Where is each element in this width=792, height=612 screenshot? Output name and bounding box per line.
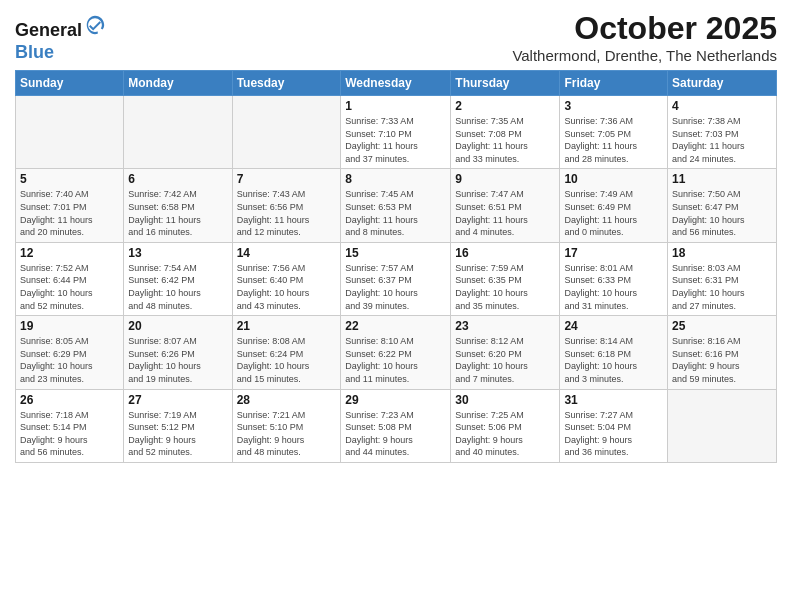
day-info: Sunrise: 8:03 AM Sunset: 6:31 PM Dayligh…	[672, 262, 772, 312]
calendar-cell: 12Sunrise: 7:52 AM Sunset: 6:44 PM Dayli…	[16, 242, 124, 315]
calendar-cell: 26Sunrise: 7:18 AM Sunset: 5:14 PM Dayli…	[16, 389, 124, 462]
calendar-cell: 20Sunrise: 8:07 AM Sunset: 6:26 PM Dayli…	[124, 316, 232, 389]
calendar-cell: 21Sunrise: 8:08 AM Sunset: 6:24 PM Dayli…	[232, 316, 341, 389]
weekday-header-saturday: Saturday	[668, 71, 777, 96]
calendar-cell: 7Sunrise: 7:43 AM Sunset: 6:56 PM Daylig…	[232, 169, 341, 242]
logo: General Blue	[15, 14, 106, 63]
day-number: 18	[672, 246, 772, 260]
calendar-row-5: 26Sunrise: 7:18 AM Sunset: 5:14 PM Dayli…	[16, 389, 777, 462]
day-info: Sunrise: 8:05 AM Sunset: 6:29 PM Dayligh…	[20, 335, 119, 385]
day-info: Sunrise: 7:33 AM Sunset: 7:10 PM Dayligh…	[345, 115, 446, 165]
title-area: October 2025 Valthermond, Drenthe, The N…	[512, 10, 777, 64]
calendar-row-3: 12Sunrise: 7:52 AM Sunset: 6:44 PM Dayli…	[16, 242, 777, 315]
calendar-cell: 3Sunrise: 7:36 AM Sunset: 7:05 PM Daylig…	[560, 96, 668, 169]
day-number: 10	[564, 172, 663, 186]
weekday-header-row: SundayMondayTuesdayWednesdayThursdayFrid…	[16, 71, 777, 96]
day-number: 1	[345, 99, 446, 113]
day-info: Sunrise: 7:49 AM Sunset: 6:49 PM Dayligh…	[564, 188, 663, 238]
calendar-cell: 19Sunrise: 8:05 AM Sunset: 6:29 PM Dayli…	[16, 316, 124, 389]
day-number: 16	[455, 246, 555, 260]
calendar-cell: 11Sunrise: 7:50 AM Sunset: 6:47 PM Dayli…	[668, 169, 777, 242]
day-info: Sunrise: 7:56 AM Sunset: 6:40 PM Dayligh…	[237, 262, 337, 312]
logo-blue: Blue	[15, 42, 106, 64]
calendar-cell: 27Sunrise: 7:19 AM Sunset: 5:12 PM Dayli…	[124, 389, 232, 462]
day-number: 5	[20, 172, 119, 186]
weekday-header-friday: Friday	[560, 71, 668, 96]
location-subtitle: Valthermond, Drenthe, The Netherlands	[512, 47, 777, 64]
day-info: Sunrise: 7:54 AM Sunset: 6:42 PM Dayligh…	[128, 262, 227, 312]
day-number: 20	[128, 319, 227, 333]
weekday-header-thursday: Thursday	[451, 71, 560, 96]
day-number: 6	[128, 172, 227, 186]
day-number: 25	[672, 319, 772, 333]
logo-text: General	[15, 14, 106, 42]
day-info: Sunrise: 8:12 AM Sunset: 6:20 PM Dayligh…	[455, 335, 555, 385]
calendar-table: SundayMondayTuesdayWednesdayThursdayFrid…	[15, 70, 777, 463]
calendar-cell: 30Sunrise: 7:25 AM Sunset: 5:06 PM Dayli…	[451, 389, 560, 462]
day-info: Sunrise: 7:59 AM Sunset: 6:35 PM Dayligh…	[455, 262, 555, 312]
day-number: 14	[237, 246, 337, 260]
calendar-cell: 31Sunrise: 7:27 AM Sunset: 5:04 PM Dayli…	[560, 389, 668, 462]
day-info: Sunrise: 7:18 AM Sunset: 5:14 PM Dayligh…	[20, 409, 119, 459]
calendar-cell	[16, 96, 124, 169]
day-number: 24	[564, 319, 663, 333]
calendar-row-4: 19Sunrise: 8:05 AM Sunset: 6:29 PM Dayli…	[16, 316, 777, 389]
calendar-cell	[124, 96, 232, 169]
calendar-cell: 17Sunrise: 8:01 AM Sunset: 6:33 PM Dayli…	[560, 242, 668, 315]
day-info: Sunrise: 7:36 AM Sunset: 7:05 PM Dayligh…	[564, 115, 663, 165]
calendar-row-1: 1Sunrise: 7:33 AM Sunset: 7:10 PM Daylig…	[16, 96, 777, 169]
calendar-cell: 22Sunrise: 8:10 AM Sunset: 6:22 PM Dayli…	[341, 316, 451, 389]
day-info: Sunrise: 8:08 AM Sunset: 6:24 PM Dayligh…	[237, 335, 337, 385]
day-number: 28	[237, 393, 337, 407]
calendar-cell: 16Sunrise: 7:59 AM Sunset: 6:35 PM Dayli…	[451, 242, 560, 315]
day-number: 8	[345, 172, 446, 186]
day-number: 3	[564, 99, 663, 113]
day-number: 12	[20, 246, 119, 260]
calendar-row-2: 5Sunrise: 7:40 AM Sunset: 7:01 PM Daylig…	[16, 169, 777, 242]
day-number: 23	[455, 319, 555, 333]
calendar-cell: 8Sunrise: 7:45 AM Sunset: 6:53 PM Daylig…	[341, 169, 451, 242]
day-number: 17	[564, 246, 663, 260]
page-header: General Blue October 2025 Valthermond, D…	[15, 10, 777, 64]
day-number: 30	[455, 393, 555, 407]
day-number: 15	[345, 246, 446, 260]
calendar-cell: 9Sunrise: 7:47 AM Sunset: 6:51 PM Daylig…	[451, 169, 560, 242]
day-number: 7	[237, 172, 337, 186]
calendar-cell: 13Sunrise: 7:54 AM Sunset: 6:42 PM Dayli…	[124, 242, 232, 315]
day-info: Sunrise: 7:35 AM Sunset: 7:08 PM Dayligh…	[455, 115, 555, 165]
day-number: 9	[455, 172, 555, 186]
day-number: 29	[345, 393, 446, 407]
calendar-cell: 1Sunrise: 7:33 AM Sunset: 7:10 PM Daylig…	[341, 96, 451, 169]
day-number: 26	[20, 393, 119, 407]
calendar-cell: 15Sunrise: 7:57 AM Sunset: 6:37 PM Dayli…	[341, 242, 451, 315]
calendar-cell: 29Sunrise: 7:23 AM Sunset: 5:08 PM Dayli…	[341, 389, 451, 462]
day-info: Sunrise: 8:07 AM Sunset: 6:26 PM Dayligh…	[128, 335, 227, 385]
day-info: Sunrise: 7:19 AM Sunset: 5:12 PM Dayligh…	[128, 409, 227, 459]
day-info: Sunrise: 7:27 AM Sunset: 5:04 PM Dayligh…	[564, 409, 663, 459]
day-info: Sunrise: 8:14 AM Sunset: 6:18 PM Dayligh…	[564, 335, 663, 385]
day-info: Sunrise: 7:45 AM Sunset: 6:53 PM Dayligh…	[345, 188, 446, 238]
day-info: Sunrise: 7:25 AM Sunset: 5:06 PM Dayligh…	[455, 409, 555, 459]
day-info: Sunrise: 8:10 AM Sunset: 6:22 PM Dayligh…	[345, 335, 446, 385]
calendar-cell: 10Sunrise: 7:49 AM Sunset: 6:49 PM Dayli…	[560, 169, 668, 242]
day-info: Sunrise: 7:43 AM Sunset: 6:56 PM Dayligh…	[237, 188, 337, 238]
calendar-cell	[668, 389, 777, 462]
day-info: Sunrise: 7:23 AM Sunset: 5:08 PM Dayligh…	[345, 409, 446, 459]
day-info: Sunrise: 7:52 AM Sunset: 6:44 PM Dayligh…	[20, 262, 119, 312]
calendar-cell: 14Sunrise: 7:56 AM Sunset: 6:40 PM Dayli…	[232, 242, 341, 315]
day-info: Sunrise: 7:21 AM Sunset: 5:10 PM Dayligh…	[237, 409, 337, 459]
weekday-header-tuesday: Tuesday	[232, 71, 341, 96]
weekday-header-wednesday: Wednesday	[341, 71, 451, 96]
day-info: Sunrise: 8:16 AM Sunset: 6:16 PM Dayligh…	[672, 335, 772, 385]
calendar-cell: 23Sunrise: 8:12 AM Sunset: 6:20 PM Dayli…	[451, 316, 560, 389]
calendar-cell: 4Sunrise: 7:38 AM Sunset: 7:03 PM Daylig…	[668, 96, 777, 169]
day-number: 31	[564, 393, 663, 407]
day-info: Sunrise: 7:38 AM Sunset: 7:03 PM Dayligh…	[672, 115, 772, 165]
day-number: 19	[20, 319, 119, 333]
day-number: 4	[672, 99, 772, 113]
weekday-header-monday: Monday	[124, 71, 232, 96]
calendar-cell: 18Sunrise: 8:03 AM Sunset: 6:31 PM Dayli…	[668, 242, 777, 315]
day-number: 22	[345, 319, 446, 333]
calendar-cell: 2Sunrise: 7:35 AM Sunset: 7:08 PM Daylig…	[451, 96, 560, 169]
calendar-cell: 24Sunrise: 8:14 AM Sunset: 6:18 PM Dayli…	[560, 316, 668, 389]
